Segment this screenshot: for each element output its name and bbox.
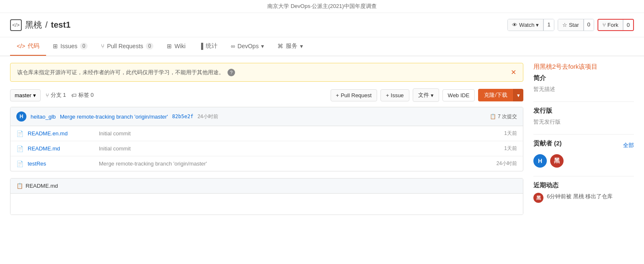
tag-count: 标签 0: [78, 91, 94, 99]
divider-2: [533, 134, 634, 135]
branch-bar: master ▾ ⑂ 分支 1 🏷 标签 0 + Pull Request + …: [10, 88, 523, 102]
alert-content: 该仓库未指定开源许可证，未经作者的许可，此代码仅用于学习，不能用于其他用途。 ?: [17, 69, 235, 76]
file-icon-testres: 📄: [16, 160, 23, 167]
fork-button[interactable]: ⑂ Fork: [598, 20, 623, 30]
tab-pullrequests[interactable]: ⑂ Pull Requests 0: [94, 37, 160, 56]
tab-stats[interactable]: ▐ 统计: [192, 37, 224, 56]
tab-code-label: 代码: [28, 42, 39, 50]
file-row: 📄 README.en.md Initial commit 1天前: [10, 126, 523, 141]
repo-area: 该仓库未指定开源许可证，未经作者的许可，此代码仅用于学习，不能用于其他用途。 ?…: [10, 63, 523, 215]
tab-stats-label: 统计: [206, 42, 217, 50]
star-button[interactable]: ☆ Star: [558, 19, 584, 31]
star-count[interactable]: 0: [584, 19, 594, 31]
commit-time: 24小时前: [197, 113, 218, 120]
fork-btn-group: ⑂ Fork 0: [597, 19, 634, 31]
tab-bar: </> 代码 ⊞ Issues 0 ⑂ Pull Requests 0 ⊞ Wi…: [0, 37, 644, 56]
sidebar-releases-title: 发行版: [533, 107, 634, 115]
sidebar: 用黑桃2号去fork该项目 简介 暂无描述 发行版 暂无发行版 贡献者 (2) …: [533, 63, 634, 215]
branch-right: + Pull Request + Issue 文件 ▾ Web IDE 克隆/下…: [331, 88, 523, 102]
tab-services-label: 服务: [286, 42, 297, 50]
separator: /: [45, 20, 48, 30]
pull-request-button[interactable]: + Pull Request: [331, 89, 377, 101]
sidebar-contributors-title: 贡献者 (2): [533, 140, 562, 148]
commit-avatar-letter: H: [20, 114, 23, 119]
divider-3: [533, 176, 634, 176]
contributor-avatar-hei[interactable]: 黑: [550, 154, 564, 168]
alert-close-button[interactable]: ✕: [511, 68, 516, 76]
tab-wiki[interactable]: ⊞ Wiki: [160, 37, 192, 56]
file-commit-readme: Initial commit: [99, 145, 500, 152]
commit-count-icon: 📋: [490, 114, 496, 119]
activity-text: 6分钟前被 黑桃 移出了仓库: [547, 193, 613, 200]
watch-count[interactable]: 1: [543, 19, 553, 31]
repo-name[interactable]: test1: [51, 20, 71, 30]
file-name-testres[interactable]: testRes: [28, 160, 95, 167]
contributor-avatar-h[interactable]: H: [533, 154, 547, 168]
services-tab-icon: ⌘: [277, 43, 283, 49]
branch-icon: ⑂: [46, 92, 49, 98]
code-tab-icon: </>: [17, 43, 25, 49]
file-name-readme[interactable]: README.md: [28, 145, 95, 152]
clone-button[interactable]: 克隆/下载: [478, 89, 513, 101]
watch-btn-group: 👁 Watch ▾ 1: [507, 19, 554, 31]
file-name-readme-en[interactable]: README.en.md: [28, 130, 95, 137]
clone-dropdown-button[interactable]: ▾: [513, 89, 523, 101]
fork-icon: ⑂: [603, 22, 606, 28]
repo-title: </> 黑桃 / test1: [10, 19, 70, 31]
webide-button[interactable]: Web IDE: [442, 89, 475, 101]
watch-button[interactable]: 👁 Watch ▾: [508, 19, 543, 31]
tab-services[interactable]: ⌘ 服务 ▾: [271, 37, 310, 56]
commit-count-text: 7 次提交: [498, 113, 517, 120]
commit-count[interactable]: 📋 7 次提交: [490, 113, 517, 120]
readme-filename: README.md: [26, 183, 58, 189]
watch-label: Watch: [519, 22, 534, 28]
file-button[interactable]: 文件 ▾: [413, 88, 439, 102]
branch-count: 分支 1: [51, 91, 66, 99]
repo-actions: 👁 Watch ▾ 1 ☆ Star 0 ⑂ Fork 0: [504, 19, 634, 31]
activity-avatar-letter: 黑: [536, 195, 541, 201]
file-row: 📄 README.md Initial commit 1天前: [10, 141, 523, 156]
repo-owner[interactable]: 黑桃: [25, 19, 42, 31]
branch-info: ⑂ 分支 1 🏷 标签 0: [46, 91, 94, 99]
sidebar-intro-value: 暂无描述: [533, 85, 634, 93]
commit-message-link[interactable]: Merge remote-tracking branch 'origin/mas…: [60, 114, 168, 120]
code-icon: </>: [10, 19, 22, 31]
commit-sha[interactable]: 82b5e2f: [172, 114, 194, 119]
chevron-down-icon: ▾: [536, 22, 539, 28]
commit-author-link[interactable]: heitao_glb: [31, 114, 56, 120]
fork-label: Fork: [608, 22, 618, 28]
tab-issues-label: Issues: [60, 43, 77, 49]
star-icon: ☆: [562, 22, 567, 28]
latest-commit-row: H heitao_glb Merge remote-tracking branc…: [10, 107, 523, 126]
readme-header: 📋 README.md: [10, 179, 523, 194]
tab-wiki-label: Wiki: [174, 43, 185, 49]
annotation-text: 用黑桃2号去fork该项目: [533, 63, 634, 71]
tab-devops-label: DevOps: [238, 43, 259, 49]
tab-issues[interactable]: ⊞ Issues 0: [46, 37, 94, 56]
eye-icon: 👁: [512, 22, 517, 28]
commit-author-avatar[interactable]: H: [16, 111, 26, 122]
branch-selector[interactable]: master ▾: [10, 89, 41, 101]
wiki-tab-icon: ⊞: [167, 43, 172, 49]
file-time-testres: 24小时前: [497, 160, 517, 167]
contributors-all-link[interactable]: 全部: [623, 142, 634, 149]
tab-code[interactable]: </> 代码: [10, 37, 46, 56]
banner-text: 南京大学 DevOps·公派主(2021)中国年度调查: [267, 3, 377, 9]
sidebar-intro-title: 简介: [533, 74, 634, 82]
issue-label: Issue: [391, 92, 404, 98]
sidebar-releases: 发行版 暂无发行版: [533, 107, 634, 126]
issues-badge: 0: [80, 43, 88, 49]
issue-button[interactable]: + Issue: [380, 89, 409, 101]
issues-tab-icon: ⊞: [53, 43, 58, 49]
sidebar-activity: 近期动态 黑 6分钟前被 黑桃 移出了仓库: [533, 181, 634, 203]
tab-devops[interactable]: ∞ DevOps ▾: [224, 37, 271, 56]
fork-count[interactable]: 0: [623, 20, 633, 30]
license-alert: 该仓库未指定开源许可证，未经作者的许可，此代码仅用于学习，不能用于其他用途。 ?…: [10, 63, 523, 82]
question-icon[interactable]: ?: [228, 69, 235, 76]
recent-activity-item: 黑 6分钟前被 黑桃 移出了仓库: [533, 193, 634, 203]
stats-tab-icon: ▐: [199, 43, 203, 49]
alert-text: 该仓库未指定开源许可证，未经作者的许可，此代码仅用于学习，不能用于其他用途。: [17, 69, 224, 76]
branch-name: master: [15, 92, 31, 98]
devops-tab-icon: ∞: [231, 43, 235, 49]
file-label: 文件: [418, 91, 429, 99]
